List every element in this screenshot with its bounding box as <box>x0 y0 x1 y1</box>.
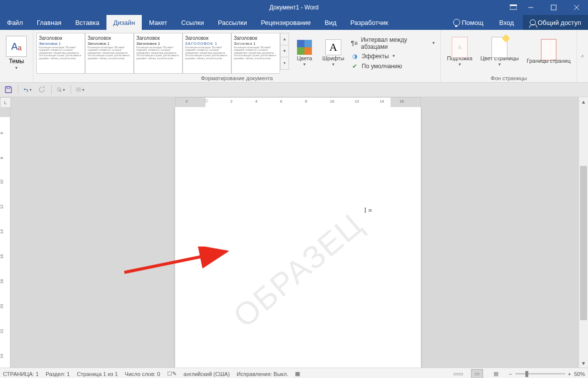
undo-button[interactable]: ▼ <box>23 85 32 94</box>
effects-button[interactable]: ◑Эффекты▼ <box>351 52 435 60</box>
status-proof-icon[interactable]: ☐✎ <box>167 371 177 377</box>
document-area: L 6 8 10 12 14 16 18 20 22 24 2 ◇ 2 4 6 … <box>0 97 588 368</box>
chevron-down-icon: ▼ <box>331 62 335 67</box>
colors-icon <box>297 40 312 55</box>
themes-button[interactable]: Aa Темы ▼ <box>3 34 30 72</box>
chevron-down-icon: ▼ <box>392 54 396 58</box>
watermark-button[interactable]: Подложка ▼ <box>444 38 475 67</box>
text-cursor-icon: I ≡ <box>364 207 372 215</box>
print-layout-icon[interactable]: ▭ <box>471 369 483 378</box>
page-color-icon <box>491 37 507 58</box>
style-set-1[interactable]: ЗаголовокЗаголовок 1Коллекция на вкладке… <box>36 33 85 74</box>
insert-table-button[interactable]: ▼ <box>76 85 85 94</box>
share-button[interactable]: Общий доступ <box>523 15 588 30</box>
ribbon: Aa Темы ▼ ЗаголовокЗаголовок 1Коллекция … <box>0 30 588 83</box>
collapse-ribbon-button[interactable]: ㅅ <box>577 30 588 82</box>
horizontal-ruler[interactable]: 2 ◇ 2 4 6 8 10 12 14 16 <box>175 97 421 108</box>
close-button[interactable] <box>565 0 588 15</box>
style-set-2[interactable]: ЗаголовокЗаголовок 1Коллекция на вкладке… <box>85 33 134 74</box>
tab-insert[interactable]: Вставка <box>68 15 106 30</box>
status-macro-icon[interactable]: ▦ <box>295 371 300 377</box>
svg-line-9 <box>61 91 61 92</box>
chevron-down-icon: ▼ <box>497 62 501 67</box>
themes-label: Темы <box>9 58 24 65</box>
tab-mailings[interactable]: Рассылки <box>211 15 254 30</box>
scroll-thumb[interactable] <box>580 166 587 320</box>
scroll-down-icon[interactable]: ▼ <box>579 359 588 368</box>
zoom-level[interactable]: 50% <box>574 371 585 377</box>
group-label-background: Фон страницы <box>444 74 574 82</box>
bulb-icon <box>453 19 460 26</box>
gallery-down-icon[interactable]: ▼ <box>281 45 289 57</box>
page-color-button[interactable]: Цвет страницы ▼ <box>478 38 522 67</box>
colors-button[interactable]: Цвета ▼ <box>291 38 318 67</box>
quick-access-toolbar: ▼ ▼ ▼ <box>0 83 588 97</box>
svg-rect-1 <box>510 4 517 6</box>
status-bar: СТРАНИЦА: 1 Раздел: 1 Страница 1 из 1 Чи… <box>0 368 588 378</box>
tab-references[interactable]: Ссылки <box>174 15 211 30</box>
tell-me[interactable]: Помощ <box>446 15 490 30</box>
gallery-up-icon[interactable]: ▲ <box>281 33 289 45</box>
status-language[interactable]: английский (США) <box>184 371 230 377</box>
fonts-button[interactable]: A Шрифты ▼ <box>320 38 347 67</box>
scroll-up-icon[interactable]: ▲ <box>579 97 588 106</box>
gallery-scroll: ▲ ▼ ▾ <box>280 33 289 70</box>
zoom-in-button[interactable]: + <box>568 371 571 377</box>
style-set-3[interactable]: ЗаголовокЗаголовок 1Коллекция на вкладке… <box>134 33 183 74</box>
style-set-4[interactable]: ЗаголовокЗАГОЛОВОК 1Коллекция на вкладке… <box>183 33 231 74</box>
group-label-formatting: Форматирование документа <box>36 74 437 82</box>
minimize-button[interactable] <box>519 0 542 15</box>
person-icon <box>530 19 536 25</box>
sign-in[interactable]: Вход <box>492 15 521 30</box>
tab-file[interactable]: Файл <box>0 15 30 30</box>
paragraph-spacing-icon: ¶≡ <box>351 39 358 47</box>
svg-line-16 <box>124 252 226 272</box>
checkmark-icon: ✔ <box>351 62 359 70</box>
status-pageof[interactable]: Страница 1 из 1 <box>77 371 117 377</box>
status-track[interactable]: Исправления: Выкл. <box>237 371 289 377</box>
set-default-button[interactable]: ✔По умолчанию <box>351 62 435 70</box>
read-mode-icon[interactable]: ▭▭ <box>452 369 464 378</box>
style-set-5[interactable]: ЗаголовокЗаголовок 1Коллекция на вкладке… <box>231 33 280 74</box>
style-set-gallery[interactable]: ЗаголовокЗаголовок 1Коллекция на вкладке… <box>36 33 289 74</box>
themes-icon: Aa <box>6 36 27 57</box>
chevron-down-icon: ▼ <box>82 88 85 92</box>
chevron-down-icon: ▼ <box>14 66 18 70</box>
status-page[interactable]: СТРАНИЦА: 1 <box>3 371 39 377</box>
vertical-ruler[interactable]: 6 8 10 12 14 16 18 20 22 24 <box>0 107 10 368</box>
redo-button[interactable] <box>37 85 46 94</box>
chevron-down-icon: ▼ <box>458 62 462 67</box>
tab-developer[interactable]: Разработчик <box>343 15 395 30</box>
vertical-scrollbar[interactable]: ▲ ▼ <box>579 97 588 368</box>
svg-rect-7 <box>58 88 60 91</box>
tab-design[interactable]: Дизайн <box>106 15 142 30</box>
status-words[interactable]: Число слов: 0 <box>125 371 160 377</box>
paragraph-spacing-button[interactable]: ¶≡Интервал между абзацами▼ <box>351 36 435 50</box>
tab-selector[interactable]: L <box>0 97 11 108</box>
status-section[interactable]: Раздел: 1 <box>46 371 70 377</box>
tab-review[interactable]: Рецензирование <box>254 15 317 30</box>
tab-view[interactable]: Вид <box>318 15 344 30</box>
chevron-down-icon: ▼ <box>432 41 436 45</box>
effects-icon: ◑ <box>351 52 359 60</box>
document-page[interactable]: ОБРАЗЕЦ I ≡ <box>175 107 421 368</box>
web-layout-icon[interactable]: ▦ <box>490 369 502 378</box>
zoom-out-button[interactable]: − <box>509 371 512 377</box>
zoom-slider[interactable] <box>515 373 565 375</box>
print-preview-button[interactable]: ▼ <box>57 85 66 94</box>
chevron-down-icon: ▼ <box>29 88 32 92</box>
tab-layout[interactable]: Макет <box>142 15 174 30</box>
maximize-button[interactable] <box>542 0 565 15</box>
save-button[interactable] <box>4 85 13 94</box>
watermark-text: ОБРАЗЕЦ <box>226 206 370 335</box>
tab-home[interactable]: Главная <box>30 15 68 30</box>
svg-rect-10 <box>77 88 81 91</box>
gallery-more-icon[interactable]: ▾ <box>281 57 289 69</box>
ribbon-display-options-icon[interactable] <box>507 0 519 15</box>
ribbon-tabs: Файл Главная Вставка Дизайн Макет Ссылки… <box>0 15 588 30</box>
indent-marker-icon[interactable]: ◇ <box>204 98 208 103</box>
page-borders-button[interactable]: Границы страниц <box>524 41 574 65</box>
window-title: Документ1 - Word <box>269 4 318 11</box>
arrow-annotation-icon <box>122 247 236 276</box>
watermark-icon <box>452 37 468 58</box>
